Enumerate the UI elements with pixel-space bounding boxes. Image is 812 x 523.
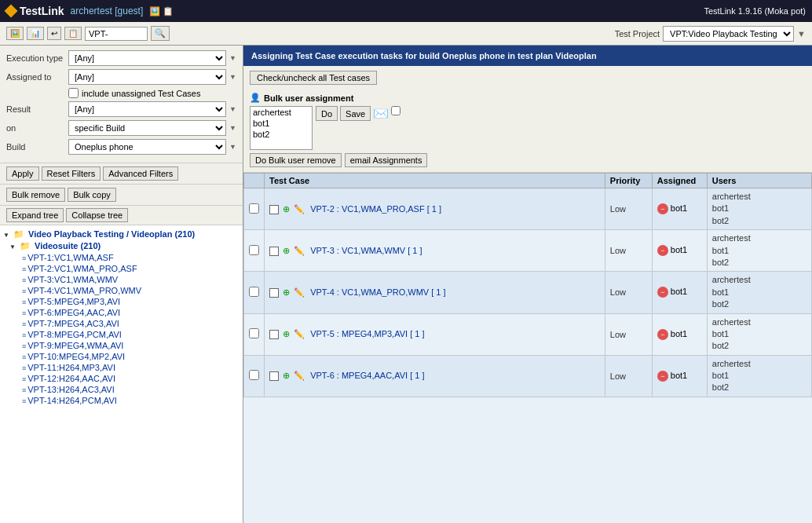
collapse-tree-button[interactable]: Collapse tree xyxy=(66,208,128,222)
user-entry: bot2 xyxy=(712,382,807,393)
result-select[interactable]: [Any] xyxy=(68,101,226,117)
user-entry: archertest xyxy=(712,316,807,328)
build-arrow: ▼ xyxy=(229,143,236,151)
tree-item[interactable]: ≡VPT-9:MPEG4,WMA,AVI xyxy=(22,340,240,351)
search-input[interactable] xyxy=(85,27,148,41)
tree-item[interactable]: ≡VPT-7:MPEG4,AC3,AVI xyxy=(22,318,240,329)
remove-assignment-button[interactable]: − xyxy=(657,329,668,340)
tree-item[interactable]: ≡VPT-6:MPEG4,AAC,AVI xyxy=(22,307,240,318)
save-button[interactable]: Save xyxy=(340,106,371,121)
user-entry: bot2 xyxy=(712,257,807,269)
assigned-to-label: Assigned to xyxy=(6,72,65,82)
check-all-button[interactable]: Check/uncheck all Test cases xyxy=(250,71,377,85)
tree-item[interactable]: ≡VPT-1:VC1,WMA,ASF xyxy=(22,252,240,263)
tree-buttons: Expand tree Collapse tree xyxy=(0,206,243,225)
test-table: Test Case Priority Assigned Users ⊕ ✏️ V… xyxy=(243,173,812,397)
app-header: TestLink archertest [guest] 🖼️ 📋 TestLin… xyxy=(0,0,812,22)
expand-tree-button[interactable]: Expand tree xyxy=(6,208,64,222)
bulk-remove-button[interactable]: Bulk remove xyxy=(6,188,65,202)
tc-link[interactable]: VPT-5 : MPEG4,MP3,AVI [ 1 ] xyxy=(310,329,424,338)
tree-item[interactable]: ≡VPT-8:MPEG4,PCM,AVI xyxy=(22,329,240,340)
pencil-icon: ✏️ xyxy=(294,329,305,338)
tree-item[interactable]: ≡VPT-12:H264,AAC,AVI xyxy=(22,373,240,384)
table-body: ⊕ ✏️ VPT-2 : VC1,WMA_PRO,ASF [ 1 ]Low−bo… xyxy=(244,188,812,397)
bulk-copy-button[interactable]: Bulk copy xyxy=(68,188,116,202)
tree-item-label: VPT-3:VC1,WMA,WMV xyxy=(27,275,118,284)
assigned-to-select[interactable]: [Any] xyxy=(68,69,226,85)
assigned-user: bot1 xyxy=(671,245,687,254)
toolbar-btn-3[interactable]: ↩ xyxy=(47,27,61,40)
on-select[interactable]: specific Build xyxy=(68,120,226,136)
build-select[interactable]: Oneplus phone xyxy=(68,139,226,155)
tree-suite1[interactable]: ▼ 📁 Videosuite (210) xyxy=(9,240,240,252)
user-list[interactable]: archertestbot1bot2 xyxy=(250,106,313,150)
tree-item[interactable]: ≡VPT-2:VC1,WMA_PRO,ASF xyxy=(22,263,240,274)
email-assignments-button[interactable]: email Assignments xyxy=(345,153,428,167)
tree-item[interactable]: ≡VPT-3:VC1,WMA,WMV xyxy=(22,274,240,285)
tree-file-icon: ≡ xyxy=(22,331,26,339)
tree-root-item[interactable]: ▼ 📁 Video Playback Testing / Videoplan (… xyxy=(3,229,240,240)
tree-item-label: VPT-14:H264,PCM,AVI xyxy=(27,396,117,405)
apply-button[interactable]: Apply xyxy=(6,166,39,181)
reset-filters-button[interactable]: Reset Filters xyxy=(42,166,101,181)
row-checkbox[interactable] xyxy=(249,203,259,214)
tree-file-icon: ≡ xyxy=(22,364,26,372)
include-unassigned-checkbox[interactable] xyxy=(68,88,79,98)
tree-file-icon: ≡ xyxy=(22,342,26,350)
remove-assignment-button[interactable]: − xyxy=(657,245,668,256)
tree-item-label: VPT-2:VC1,WMA_PRO,ASF xyxy=(27,264,137,273)
row-checkbox[interactable] xyxy=(249,287,259,297)
do-button[interactable]: Do xyxy=(316,106,338,121)
toolbar-btn-1[interactable]: 🖼️ xyxy=(6,27,24,40)
remove-assignment-button[interactable]: − xyxy=(657,371,668,382)
row-checkbox-cell xyxy=(244,230,265,272)
assigned-to-row: Assigned to [Any] ▼ xyxy=(6,69,236,85)
row-checkbox[interactable] xyxy=(249,370,259,380)
tc-link[interactable]: VPT-6 : MPEG4,AAC,AVI [ 1 ] xyxy=(310,371,424,380)
do-bulk-remove-button[interactable]: Do Bulk user remove xyxy=(250,153,342,167)
row-assigned-cell: −bot1 xyxy=(652,355,707,397)
user-entry: bot1 xyxy=(712,203,807,214)
tree-item[interactable]: ≡VPT-5:MPEG4,MP3,AVI xyxy=(22,296,240,307)
bulk-checkbox[interactable] xyxy=(391,106,401,115)
search-button[interactable]: 🔍 xyxy=(151,26,170,41)
row-checkbox-cell xyxy=(244,355,265,397)
suite1-triangle: ▼ xyxy=(9,243,16,251)
col-checkbox xyxy=(244,174,265,188)
tree-item[interactable]: ≡VPT-4:VC1,WMA_PRO,WMV xyxy=(22,285,240,296)
col-tc: Test Case xyxy=(265,174,605,188)
bulk-user-icon: 👤 xyxy=(250,93,261,103)
row-checkbox[interactable] xyxy=(249,328,259,338)
tree-file-icon: ≡ xyxy=(22,265,26,273)
tree-item-label: VPT-12:H264,AAC,AVI xyxy=(27,374,115,383)
toolbar-btn-4[interactable]: 📋 xyxy=(64,27,82,40)
tree-item[interactable]: ≡VPT-11:H264,MP3,AVI xyxy=(22,362,240,373)
row-icons: ⊕ ✏️ xyxy=(269,371,310,380)
tc-link[interactable]: VPT-3 : VC1,WMA,WMV [ 1 ] xyxy=(310,246,422,255)
advanced-filters-button[interactable]: Advanced Filters xyxy=(103,166,178,181)
user-list-item[interactable]: archertest xyxy=(251,107,312,118)
user-list-item[interactable]: bot1 xyxy=(251,118,312,129)
remove-assignment-button[interactable]: − xyxy=(657,203,668,214)
row-checkbox[interactable] xyxy=(249,245,259,255)
filter-buttons: Apply Reset Filters Advanced Filters xyxy=(0,163,243,185)
tree-item-label: VPT-11:H264,MP3,AVI xyxy=(27,363,115,372)
tree-item[interactable]: ≡VPT-13:H264,AC3,AVI xyxy=(22,384,240,395)
tc-link[interactable]: VPT-4 : VC1,WMA_PRO,WMV [ 1 ] xyxy=(310,287,445,297)
user-entry: bot1 xyxy=(712,370,807,382)
tree-item[interactable]: ≡VPT-14:H264,PCM,AVI xyxy=(22,395,240,406)
tree-item-label: VPT-1:VC1,WMA,ASF xyxy=(27,253,113,262)
tree-item[interactable]: ≡VPT-10:MPEG4,MP2,AVI xyxy=(22,351,240,362)
user-list-item[interactable]: bot2 xyxy=(251,129,312,140)
assigned-user: bot1 xyxy=(671,287,687,296)
project-select[interactable]: VPT:Video Playback Testing xyxy=(663,26,794,42)
toolbar-btn-2[interactable]: 📊 xyxy=(27,27,44,40)
user-entry: bot1 xyxy=(712,287,807,298)
row-assigned-cell: −bot1 xyxy=(652,230,707,272)
table-row: ⊕ ✏️ VPT-3 : VC1,WMA,WMV [ 1 ]Low−bot1ar… xyxy=(244,230,812,272)
row-checkbox-cell xyxy=(244,272,265,313)
remove-assignment-button[interactable]: − xyxy=(657,287,668,298)
execution-type-select[interactable]: [Any] xyxy=(68,50,226,66)
user-entry: bot2 xyxy=(712,298,807,310)
tc-link[interactable]: VPT-2 : VC1,WMA_PRO,ASF [ 1 ] xyxy=(310,204,441,214)
